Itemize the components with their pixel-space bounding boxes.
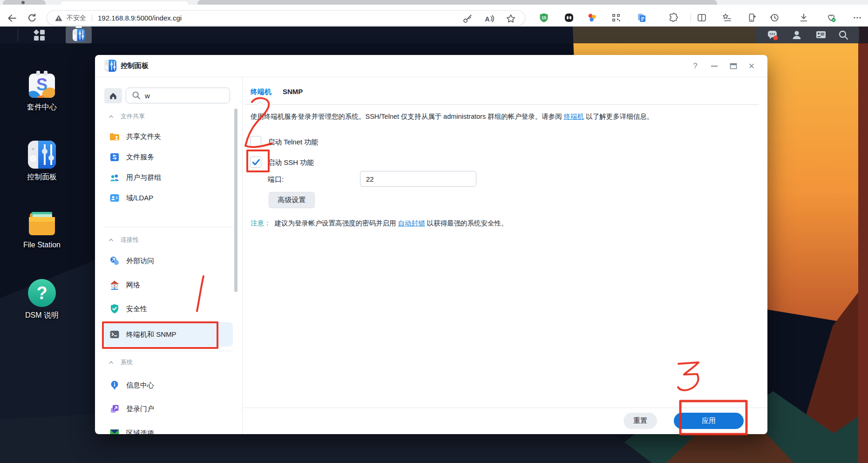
- help-button[interactable]: ?: [689, 60, 702, 73]
- terminal-icon: [109, 329, 120, 340]
- window-titlebar: 控制面板 ? ×: [95, 55, 767, 77]
- tab-terminal[interactable]: 终端机: [251, 88, 271, 99]
- window-title-icon: [104, 59, 117, 72]
- auto-block-link[interactable]: 自动封锁: [398, 219, 425, 227]
- collections-icon[interactable]: [722, 13, 732, 23]
- port-input[interactable]: [360, 171, 476, 187]
- key-icon[interactable]: [462, 14, 473, 24]
- favorite-star-icon[interactable]: [506, 14, 516, 24]
- refresh-button[interactable]: [27, 13, 38, 24]
- search-button[interactable]: [838, 29, 849, 41]
- pages-extension-icon[interactable]: [637, 13, 647, 23]
- sidebar-item-users-groups[interactable]: 用户与群组: [104, 167, 233, 188]
- back-button[interactable]: [7, 13, 18, 24]
- split-screen-icon[interactable]: [697, 13, 707, 23]
- browser-essentials-icon[interactable]: [826, 13, 836, 23]
- terminal-help-link[interactable]: 终端机: [564, 113, 584, 120]
- window-title: 控制面板: [121, 61, 149, 70]
- tab-snmp[interactable]: SNMP: [283, 88, 303, 99]
- control-panel-icon: [27, 140, 57, 170]
- search-input[interactable]: [145, 92, 219, 100]
- desktop-icon-package-center[interactable]: S 套件中心: [5, 70, 79, 112]
- sidebar-divider: [242, 77, 243, 434]
- sidebar-item-terminal-snmp[interactable]: 终端机和 SNMP: [104, 322, 233, 347]
- sidebar-item-network[interactable]: 网络: [104, 275, 233, 295]
- adblock-shield-icon[interactable]: 15: [539, 13, 549, 23]
- desktop-icon-label: DSM 说明: [5, 311, 79, 320]
- puzzle-extensions-icon[interactable]: [668, 13, 678, 23]
- search-icon: [132, 91, 141, 100]
- tab-underline: [244, 104, 759, 105]
- home-button[interactable]: [104, 88, 122, 103]
- advanced-settings-button[interactable]: 高级设置: [269, 192, 315, 208]
- telnet-enable-checkbox[interactable]: [250, 136, 261, 147]
- desktop-icon-label: File Station: [5, 241, 79, 249]
- domain-ldap-icon: [109, 192, 120, 204]
- section-header-system[interactable]: 系统: [108, 358, 133, 367]
- regional-options-icon: [109, 428, 120, 434]
- qr-extension-icon[interactable]: [611, 13, 621, 23]
- home-icon: [108, 91, 118, 101]
- ssh-enable-checkbox[interactable]: [250, 157, 261, 168]
- desktop-icon-control-panel[interactable]: 控制面板: [5, 140, 79, 182]
- users-groups-icon: [109, 172, 120, 183]
- file-services-icon: [109, 151, 120, 163]
- notifications-button[interactable]: [767, 29, 778, 41]
- main-menu-grid-icon: [33, 29, 45, 41]
- dsm-help-icon: ?: [27, 278, 57, 308]
- sidebar-item-login-portal[interactable]: 登录门户: [104, 399, 233, 419]
- widgets-button[interactable]: [815, 29, 827, 41]
- desktop-icon-dsm-help[interactable]: ? DSM 说明: [5, 278, 79, 320]
- minimize-button[interactable]: [708, 60, 721, 73]
- sidebar-item-shared-folder[interactable]: 共享文件夹: [104, 126, 233, 147]
- search-icon: [838, 29, 849, 41]
- more-menu-icon[interactable]: [852, 13, 862, 23]
- browser-tab[interactable]: [3, 0, 46, 5]
- browser-chrome: 不安全 192.168.8.9:5000/index.cgi A 15: [0, 0, 868, 27]
- downloads-icon[interactable]: [799, 13, 809, 23]
- section-header-connectivity[interactable]: 连接性: [108, 236, 139, 244]
- external-access-icon: [109, 255, 120, 266]
- maximize-button[interactable]: [727, 60, 740, 73]
- sidebar-item-security[interactable]: 安全性: [104, 299, 233, 319]
- refresh-icon: [27, 13, 37, 23]
- sidebar-section-divider: [104, 351, 233, 351]
- user-menu-button[interactable]: [791, 29, 802, 41]
- sidebar-item-info-center[interactable]: 信息中心: [104, 375, 233, 395]
- reset-button[interactable]: 重置: [624, 413, 657, 429]
- section-header-file-sharing[interactable]: 文件共享: [108, 112, 145, 121]
- chevron-up-icon: [108, 360, 114, 366]
- note-prefix: 注意：: [251, 219, 271, 227]
- active-app-indicator: [75, 27, 82, 28]
- sidebar-item-file-services[interactable]: 文件服务: [104, 147, 233, 167]
- chevron-up-icon: [108, 237, 114, 243]
- telnet-checkbox-label[interactable]: 启动 Telnet 功能: [268, 138, 318, 147]
- package-center-icon: S: [27, 70, 57, 100]
- ssh-checkbox-label[interactable]: 启动 SSH 功能: [268, 158, 314, 167]
- chevron-up-icon: [108, 114, 114, 120]
- svg-text:15: 15: [542, 15, 546, 20]
- url-text: 192.168.8.9:5000/index.cgi: [98, 14, 182, 22]
- apply-button[interactable]: 应用: [674, 413, 744, 429]
- phone-sync-icon[interactable]: [747, 13, 757, 23]
- read-aloud-icon[interactable]: A: [484, 14, 494, 24]
- taskbar-divider: [18, 29, 18, 41]
- main-menu-button[interactable]: [21, 27, 57, 43]
- darkreader-extension-icon[interactable]: [564, 13, 574, 23]
- sidebar-scrollbar[interactable]: [234, 109, 237, 292]
- system-tray: [756, 27, 859, 43]
- sidebar-item-external-access[interactable]: 外部访问: [104, 251, 233, 271]
- taskbar-control-panel-button[interactable]: [66, 27, 92, 43]
- network-icon: [109, 279, 120, 291]
- desktop-icon-file-station[interactable]: File Station: [5, 208, 79, 249]
- control-panel-mini-icon: [72, 28, 85, 41]
- active-tab-top: [61, 1, 188, 5]
- history-icon[interactable]: [769, 13, 780, 23]
- sidebar-item-regional-options[interactable]: 区域选项: [104, 423, 233, 434]
- balloons-extension-icon[interactable]: [587, 13, 597, 23]
- sidebar-item-domain-ldap[interactable]: 域/LDAP: [104, 188, 233, 208]
- browser-tabstrip: [0, 0, 868, 5]
- address-bar[interactable]: 不安全 192.168.8.9:5000/index.cgi A: [47, 10, 525, 26]
- sidebar-search[interactable]: [126, 88, 230, 103]
- close-button[interactable]: ×: [745, 60, 758, 73]
